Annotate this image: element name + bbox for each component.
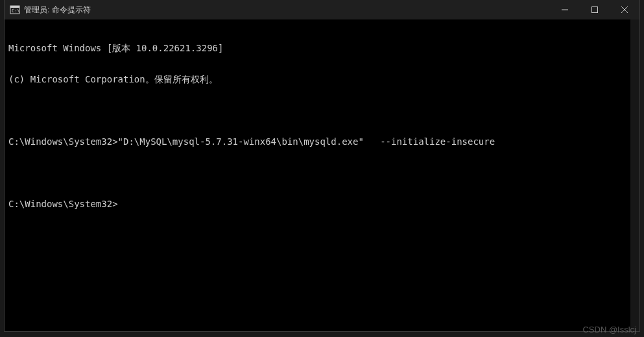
prompt: C:\Windows\System32> [8, 199, 118, 209]
terminal-output[interactable]: Microsoft Windows [版本 10.0.22621.3296] (… [5, 19, 639, 331]
titlebar[interactable]: C:\ 管理员: 命令提示符 [5, 0, 639, 19]
terminal-prompt-line: C:\Windows\System32> [8, 199, 636, 209]
maximize-button[interactable] [580, 0, 610, 19]
terminal-line: C:\Windows\System32>"D:\MySQL\mysql-5.7.… [8, 136, 636, 147]
terminal-line: (c) Microsoft Corporation。保留所有权利。 [8, 74, 636, 84]
minimize-button[interactable] [550, 0, 580, 19]
close-button[interactable] [610, 0, 639, 19]
window-controls [550, 0, 639, 19]
svg-text:C:\: C:\ [12, 8, 20, 14]
svg-rect-1 [10, 6, 19, 8]
terminal-line: Microsoft Windows [版本 10.0.22621.3296] [8, 43, 636, 53]
terminal-line [8, 105, 636, 116]
cmd-icon: C:\ [10, 5, 20, 15]
command-prompt-window: C:\ 管理员: 命令提示符 Microsoft Windows [版本 10.… [4, 0, 640, 332]
scrollbar[interactable] [630, 19, 639, 331]
terminal-line [8, 168, 636, 178]
watermark: CSDN @Isslcj [582, 325, 636, 334]
svg-rect-3 [592, 7, 598, 13]
window-title: 管理员: 命令提示符 [24, 5, 550, 16]
